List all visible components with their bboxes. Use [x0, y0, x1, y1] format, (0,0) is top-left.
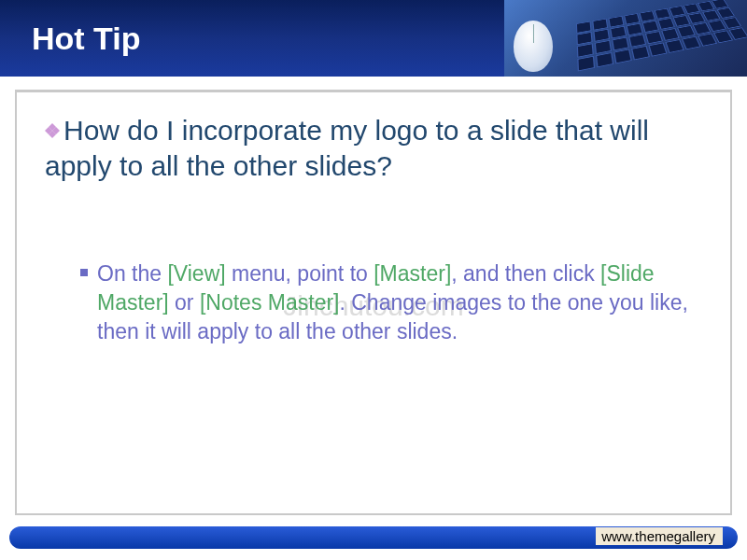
- instruction-text: On the [View] menu, point to [Master], a…: [80, 259, 695, 346]
- slide-header: Hot Tip: [0, 0, 747, 77]
- instr-part: or: [169, 290, 200, 315]
- mouse-graphic: [514, 21, 553, 72]
- menu-master: [Master]: [374, 261, 451, 286]
- question-text: How do I incorporate my logo to a slide …: [45, 111, 704, 183]
- menu-view: [View]: [167, 261, 225, 286]
- menu-notes-master: [Notes Master]: [200, 290, 340, 315]
- header-decorative-image: [504, 0, 747, 77]
- instr-part: On the: [97, 261, 167, 286]
- slide-title: Hot Tip: [0, 21, 140, 57]
- content-frame: How do I incorporate my logo to a slide …: [15, 90, 732, 515]
- footer-link: www.themegallery: [596, 527, 723, 545]
- diamond-bullet-icon: [45, 111, 60, 126]
- instr-part: , and then click: [451, 261, 600, 286]
- question-content: How do I incorporate my logo to a slide …: [45, 115, 649, 181]
- instr-part: menu, point to: [226, 261, 374, 286]
- keyboard-graphic: [575, 0, 747, 77]
